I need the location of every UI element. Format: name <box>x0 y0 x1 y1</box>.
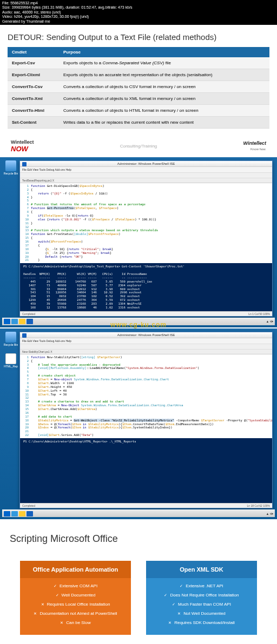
list-item: Can be Slow <box>24 618 127 627</box>
ise-titlebar: Administrator: Windows PowerShell ISE <box>20 332 272 338</box>
th-cmdlet: Cmdlet <box>8 47 59 57</box>
taskbar-ise-icon[interactable] <box>27 511 33 516</box>
taskbar[interactable]: ▲ 🕪 <box>2 318 275 325</box>
th-purpose: Purpose <box>59 47 269 57</box>
footer-mid: Consulting/Training <box>120 144 157 149</box>
taskbar-ie-icon[interactable] <box>11 511 18 516</box>
ise-script-pane[interactable]: 1function New-StabilityChart([string] $T… <box>20 354 272 438</box>
table-row: Export-CsvExports objects to a Comma-Sep… <box>8 57 269 69</box>
ise-tabs[interactable]: TextBasedReporting.ps1 X <box>20 178 272 183</box>
powershell-ise-window[interactable]: Administrator: Windows PowerShell ISE Fi… <box>19 160 273 317</box>
ise-toolbar[interactable] <box>20 344 272 350</box>
list-item: Documentation not Aimed at PowerShell <box>24 609 127 618</box>
card-list: Extensive .NET API Does Not Require Offi… <box>146 578 257 635</box>
ise-toolbar[interactable] <box>20 173 272 178</box>
list-item: Much Faster than COM API <box>150 600 253 609</box>
list-item: Extensive .NET API <box>150 581 253 591</box>
ise-menubar[interactable]: File Edit View Tools Debug Add-ons Help <box>20 338 272 344</box>
slide-detour: DETOUR: Sending Output to a Text File (r… <box>0 25 277 157</box>
meta-video: Video: h264, yuv420p, 1280x720, 30.00 fp… <box>2 15 275 19</box>
cards-row: Office Application Automation Extensive … <box>8 561 269 635</box>
meta-size: Size: 399839984 bytes (381.31 MiB), dura… <box>2 5 275 10</box>
table-row: ConvertTo-CsvConverts a collection of ob… <box>8 81 269 92</box>
meta-file: File: 558625532.mp4 <box>2 1 275 5</box>
table-row: ConvertTo-HtmlConverts a collection of o… <box>8 104 269 116</box>
slide-office: Scripting Microsoft Office Office Applic… <box>0 519 277 644</box>
ise-console-pane[interactable]: PS C:\Users\Administrator\Desktop\Simple… <box>20 263 272 311</box>
list-item: Requires Local Office Installation <box>24 600 127 609</box>
card-title: Open XML SDK <box>146 561 257 578</box>
system-tray[interactable]: ▲ 🕪 <box>266 320 273 323</box>
cmdlet-table: Cmdlet Purpose Export-CsvExports objects… <box>8 47 269 129</box>
video-metadata: File: 558625532.mp4 Size: 399839984 byte… <box>0 0 277 25</box>
table-row: ConvertTo-XmlConverts a collection of ob… <box>8 92 269 104</box>
list-item: Well Documented <box>24 591 127 600</box>
desktop-screenshot-2: Recycle Bin HTML_Rep Administrator: Wind… <box>0 328 277 519</box>
list-item: Not Well Documented <box>150 609 253 618</box>
taskbar[interactable]: ▲ 🕪 <box>2 509 275 517</box>
card-list: Extensive COM API Well Documented Requir… <box>20 578 131 635</box>
desktop-screenshot-1: Recycle Bin Administrator: Windows Power… <box>0 157 277 327</box>
list-item: Does Not Require Office Installation <box>150 591 253 600</box>
powershell-ise-window[interactable]: Administrator: Windows PowerShell ISE Fi… <box>19 332 273 508</box>
ise-titlebar: Administrator: Windows PowerShell ISE <box>20 161 272 167</box>
card-title: Office Application Automation <box>20 561 131 578</box>
list-item: Requires SDK Download/Install <box>150 618 253 627</box>
taskbar-explorer-icon[interactable] <box>19 319 25 324</box>
taskbar-explorer-icon[interactable] <box>19 511 25 516</box>
slide-title: Scripting Microsoft Office <box>10 533 269 545</box>
ise-menubar[interactable]: File Edit View Tools Debug Add-ons Help <box>20 167 272 173</box>
list-item: Extensive COM API <box>24 581 127 591</box>
meta-gen: Generated by Thumbnail me <box>2 19 275 24</box>
card-office-automation: Office Application Automation Extensive … <box>20 561 131 635</box>
ise-app-icon <box>22 162 27 166</box>
ise-app-icon <box>22 333 27 338</box>
taskbar-ise-icon[interactable] <box>27 319 33 324</box>
slide-footer: WintellectNOW Consulting/Training Wintel… <box>8 129 269 155</box>
ise-script-pane[interactable]: 1function Get-DiskSpaceInGB($SpaceInByte… <box>20 183 272 263</box>
slide-footer: WintellectNOW Consulting/Training Wintel… <box>8 635 269 644</box>
start-button[interactable] <box>4 319 10 324</box>
slide-title: DETOUR: Sending Output to a Text File (r… <box>8 32 269 42</box>
logo-wintellect: WintellectKnow how. <box>243 140 266 151</box>
meta-audio: Audio: aac, 48000 Hz, stereo (und) <box>2 10 275 15</box>
system-tray[interactable]: ▲ 🕪 <box>266 512 273 515</box>
card-open-xml-sdk: Open XML SDK Extensive .NET API Does Not… <box>146 561 257 635</box>
table-row: Set-ContentWrites data to a file or repl… <box>8 116 269 128</box>
html-report-icon[interactable]: HTML_Rep <box>3 353 18 368</box>
ise-statusbar: CompletedLn 1 Col 50 100% <box>20 311 272 316</box>
recycle-bin-icon[interactable]: Recycle Bin <box>3 332 18 346</box>
ise-console-pane[interactable]: PS C:\Users\Administrator\Desktop\HTML_R… <box>20 438 272 503</box>
ise-statusbar: CompletedLn 18 Col 62 100% <box>20 503 272 508</box>
logo-wintellect-now: WintellectNOW <box>11 139 34 153</box>
recycle-bin-icon[interactable]: Recycle Bin <box>3 160 18 175</box>
table-row: Export-ClixmlExports objects to an accur… <box>8 69 269 81</box>
ise-tabs[interactable]: New-StabilityChart.ps1 X <box>20 350 272 354</box>
start-button[interactable] <box>4 511 10 516</box>
taskbar-ie-icon[interactable] <box>11 319 18 324</box>
